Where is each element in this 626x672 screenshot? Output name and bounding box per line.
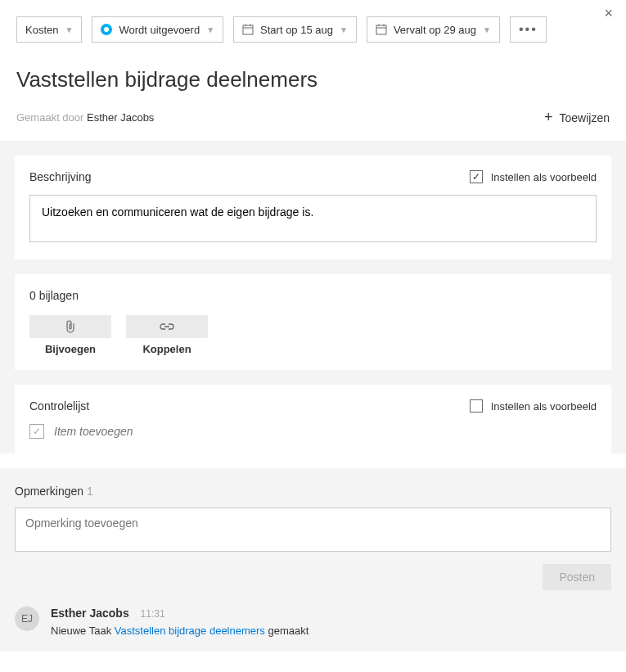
- due-date-dropdown[interactable]: Vervalt op 29 aug ▼: [367, 16, 500, 43]
- status-label: Wordt uitgevoerd: [119, 24, 200, 36]
- checklist-example-toggle[interactable]: Instellen als voorbeeld: [470, 399, 597, 413]
- checklist-panel: Controlelijst Instellen als voorbeeld: [15, 385, 611, 453]
- close-button[interactable]: ×: [599, 3, 618, 24]
- created-by-prefix: Gemaakt door: [16, 111, 87, 124]
- due-date-label: Vervalt op 29 aug: [394, 24, 476, 36]
- ellipsis-icon: •••: [519, 22, 538, 37]
- created-by: Gemaakt door Esther Jacobs: [16, 111, 154, 124]
- chevron-down-icon: ▼: [206, 25, 214, 34]
- task-title[interactable]: Vaststellen bijdrage deelnemers: [16, 67, 610, 92]
- activity-msg-link[interactable]: Vaststellen bijdrage deelnemers: [115, 625, 265, 637]
- activity-message: Nieuwe Taak Vaststellen bijdrage deelnem…: [51, 625, 308, 637]
- activity-time: 11:31: [141, 608, 165, 620]
- status-dropdown[interactable]: Wordt uitgevoerd ▼: [92, 16, 223, 43]
- chevron-down-icon: ▼: [340, 25, 348, 34]
- svg-rect-4: [376, 25, 386, 34]
- paperclip-icon: [65, 320, 76, 333]
- attachments-panel: 0 bijlagen Bijvoegen Koppelen: [15, 274, 611, 370]
- start-date-dropdown[interactable]: Start op 15 aug ▼: [233, 16, 357, 43]
- comment-input[interactable]: [15, 507, 611, 552]
- comments-heading: Opmerkingen: [15, 485, 83, 498]
- attachments-count: 0 bijlagen: [29, 289, 597, 302]
- avatar: EJ: [15, 607, 39, 631]
- checklist-item-checkbox[interactable]: [29, 424, 44, 439]
- activity-author: Esther Jacobs: [51, 607, 129, 620]
- start-date-label: Start op 15 aug: [260, 24, 333, 36]
- plus-icon: +: [544, 109, 553, 126]
- calendar-icon: [242, 24, 254, 35]
- description-example-label: Instellen als voorbeeld: [491, 171, 597, 183]
- chevron-down-icon: ▼: [483, 25, 491, 34]
- toolbar: Kosten ▼ Wordt uitgevoerd ▼ Start op 15 …: [0, 0, 626, 52]
- bucket-dropdown[interactable]: Kosten ▼: [16, 16, 82, 43]
- attach-link-button[interactable]: [126, 315, 208, 338]
- link-icon: [160, 322, 174, 331]
- comments-count: 1: [87, 485, 93, 498]
- checklist-heading: Controlelijst: [29, 399, 89, 413]
- attach-file-label: Bijvoegen: [29, 343, 111, 355]
- svg-rect-0: [243, 25, 253, 34]
- description-heading: Beschrijving: [29, 170, 91, 183]
- bucket-label: Kosten: [25, 24, 58, 36]
- meta-row: Gemaakt door Esther Jacobs + Toewijzen: [0, 97, 626, 141]
- attach-link-label: Koppelen: [126, 343, 208, 355]
- description-panel: Beschrijving Instellen als voorbeeld: [15, 141, 611, 259]
- title-area: Vaststellen bijdrage deelnemers: [0, 52, 626, 97]
- description-example-toggle[interactable]: Instellen als voorbeeld: [470, 170, 597, 183]
- chevron-down-icon: ▼: [65, 25, 73, 34]
- post-comment-button[interactable]: Posten: [543, 564, 611, 590]
- more-options-button[interactable]: •••: [510, 16, 547, 43]
- comments-heading-row: Opmerkingen 1: [15, 485, 611, 498]
- checklist-example-label: Instellen als voorbeeld: [491, 400, 597, 413]
- activity-item: EJ Esther Jacobs 11:31 Nieuwe Taak Vasts…: [15, 607, 611, 637]
- created-by-name: Esther Jacobs: [87, 111, 154, 124]
- calendar-icon: [376, 24, 387, 35]
- activity-msg-prefix: Nieuwe Taak: [51, 625, 115, 637]
- comments-area: Opmerkingen 1 Posten EJ Esther Jacobs 11…: [0, 468, 626, 652]
- activity-msg-suffix: gemaakt: [265, 625, 308, 637]
- assign-button[interactable]: + Toewijzen: [544, 109, 610, 126]
- attach-file-button[interactable]: [29, 315, 111, 338]
- description-input[interactable]: [29, 195, 597, 242]
- assign-label: Toewijzen: [560, 111, 610, 124]
- checkbox-checked-icon: [470, 170, 483, 183]
- checkbox-unchecked-icon: [470, 399, 483, 413]
- checklist-add-input[interactable]: [54, 425, 299, 438]
- status-progress-icon: [101, 24, 112, 35]
